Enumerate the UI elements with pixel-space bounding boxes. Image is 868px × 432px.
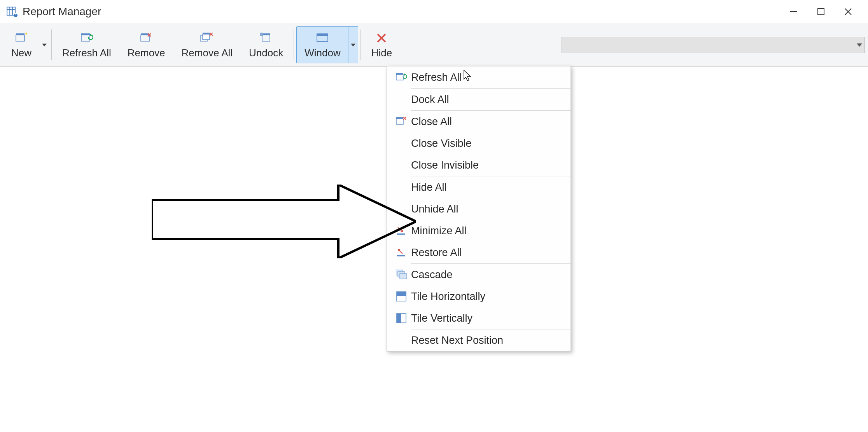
new-icon (15, 31, 28, 45)
remove-icon (140, 31, 152, 45)
svg-rect-11 (16, 33, 24, 35)
undock-label: Undock (249, 47, 283, 59)
titlebar: Report Manager (0, 0, 868, 23)
remove-button[interactable]: Remove (119, 26, 173, 63)
svg-rect-0 (7, 7, 15, 15)
hide-label: Hide (371, 47, 392, 59)
menu-unhide-all[interactable]: Unhide All (387, 198, 570, 220)
minimize-all-icon (392, 225, 411, 237)
svg-rect-35 (396, 75, 403, 80)
menu-label: Tile Horizontally (411, 291, 485, 303)
toolbar-separator (51, 30, 52, 60)
window-dropdown[interactable] (348, 27, 358, 63)
new-label: New (11, 47, 32, 59)
remove-all-icon (200, 31, 214, 45)
menu-label: Close Invisible (411, 159, 479, 171)
svg-rect-30 (317, 34, 328, 36)
toolbar-separator (294, 30, 294, 60)
svg-rect-36 (396, 73, 403, 75)
svg-rect-10 (16, 35, 24, 41)
svg-marker-12 (24, 33, 27, 35)
svg-rect-7 (818, 9, 824, 15)
svg-marker-34 (857, 43, 862, 46)
remove-all-label: Remove All (182, 47, 233, 59)
tile-h-icon (392, 290, 411, 303)
svg-rect-47 (397, 255, 405, 256)
minimize-window-button[interactable] (780, 2, 807, 21)
menu-label: Close All (411, 116, 452, 128)
svg-marker-16 (90, 34, 92, 36)
svg-marker-31 (351, 44, 355, 46)
cascade-icon (392, 268, 411, 281)
svg-marker-37 (404, 73, 406, 76)
menu-label: Reset Next Position (411, 334, 503, 347)
window-menu: Refresh All Dock All Close All Close Vis… (387, 66, 571, 352)
svg-rect-54 (397, 314, 401, 323)
app-icon (6, 6, 18, 17)
hide-button[interactable]: Hide (363, 26, 400, 63)
toolbar: New Refresh All Remove Remove All Undock (0, 23, 868, 67)
menu-close-all[interactable]: Close All (387, 111, 570, 132)
refresh-all-icon (80, 31, 93, 45)
filter-dropdown[interactable] (562, 37, 865, 53)
menu-reset-next-position[interactable]: Reset Next Position (387, 329, 570, 351)
window-title: Report Manager (23, 5, 101, 18)
svg-rect-50 (400, 273, 407, 279)
svg-rect-27 (262, 33, 270, 35)
menu-minimize-all[interactable]: Minimize All (387, 220, 570, 242)
menu-label: Close Visible (411, 138, 472, 150)
svg-rect-39 (396, 117, 403, 119)
window-button[interactable]: Window (297, 27, 348, 63)
close-all-icon (392, 115, 411, 128)
menu-tile-horizontally[interactable]: Tile Horizontally (387, 286, 570, 307)
svg-rect-23 (203, 33, 210, 34)
menu-label: Cascade (411, 269, 453, 281)
new-button[interactable]: New (3, 26, 40, 63)
svg-rect-26 (262, 35, 270, 41)
menu-restore-all[interactable]: Restore All (387, 242, 570, 263)
refresh-all-button[interactable]: Refresh All (54, 26, 119, 63)
remove-label: Remove (128, 47, 165, 59)
refresh-all-icon (392, 71, 411, 84)
refresh-all-label: Refresh All (62, 47, 111, 59)
svg-rect-22 (203, 34, 210, 40)
window-button-group: Window (296, 26, 358, 63)
hide-icon (376, 31, 387, 45)
maximize-window-button[interactable] (807, 2, 835, 21)
svg-marker-13 (42, 44, 47, 46)
svg-rect-15 (81, 33, 90, 35)
menu-tile-vertically[interactable]: Tile Vertically (387, 307, 570, 329)
menu-label: Dock All (411, 94, 449, 106)
menu-label: Tile Vertically (411, 312, 472, 324)
menu-cascade[interactable]: Cascade (387, 264, 570, 286)
menu-label: Refresh All (411, 71, 462, 84)
menu-label: Restore All (411, 247, 462, 259)
tile-v-icon (392, 312, 411, 324)
window-icon (316, 31, 329, 45)
menu-label: Hide All (411, 181, 447, 193)
svg-rect-44 (397, 233, 405, 235)
menu-close-invisible[interactable]: Close Invisible (387, 154, 570, 176)
menu-label: Minimize All (411, 225, 467, 237)
svg-rect-38 (396, 119, 403, 124)
svg-point-5 (15, 12, 17, 14)
new-dropdown[interactable] (40, 26, 49, 63)
remove-all-button[interactable]: Remove All (173, 26, 241, 63)
menu-dock-all[interactable]: Dock All (387, 89, 570, 110)
close-window-button[interactable] (835, 2, 862, 21)
menu-close-visible[interactable]: Close Visible (387, 132, 570, 154)
menu-label: Unhide All (411, 203, 458, 215)
svg-rect-28 (260, 33, 263, 36)
window-label: Window (304, 47, 340, 59)
undock-button[interactable]: Undock (241, 26, 291, 63)
menu-hide-all[interactable]: Hide All (387, 176, 570, 198)
menu-refresh-all[interactable]: Refresh All (387, 66, 570, 88)
undock-icon (260, 31, 272, 45)
svg-rect-52 (397, 292, 406, 296)
restore-all-icon (392, 246, 411, 259)
toolbar-separator (360, 30, 361, 60)
